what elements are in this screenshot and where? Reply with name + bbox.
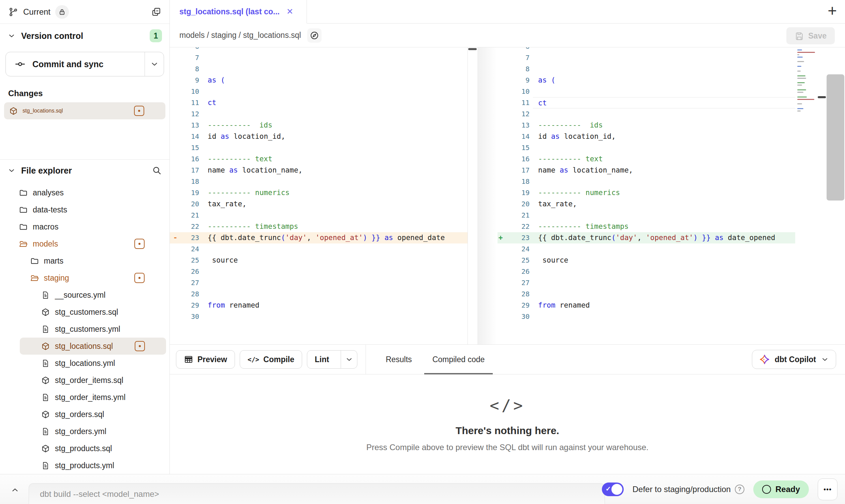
lineage-button[interactable] xyxy=(307,28,322,43)
change-item-stg-locations-sql[interactable]: stg_locations.sql xyxy=(4,102,165,119)
defer-toggle[interactable]: ✓ xyxy=(602,483,624,496)
file-tree-item-stg-products-yml[interactable]: stg_products.yml xyxy=(0,457,169,474)
code-line-15[interactable]: 15 xyxy=(498,142,795,153)
code-line-29[interactable]: 29from renamed xyxy=(170,300,468,311)
code-line-27[interactable]: 27 xyxy=(170,277,468,288)
code-line-25[interactable]: 25 source xyxy=(170,255,468,266)
code-line-16[interactable]: 16---------- text xyxy=(170,153,468,165)
code-line-24[interactable]: 24 xyxy=(498,243,795,255)
code-line-30[interactable]: 30 xyxy=(170,311,468,322)
commit-sync-button[interactable]: Commit and sync xyxy=(5,52,164,76)
code-line-16[interactable]: 16---------- text xyxy=(498,153,795,165)
code-line-14[interactable]: 14id as location_id, xyxy=(170,131,468,142)
code-line-19[interactable]: 19---------- numerics xyxy=(498,187,795,198)
editor-pane-original[interactable]: 6789as (1011ct1213---------- ids14id as … xyxy=(170,47,468,344)
editor-pane-modified[interactable]: 6789as (1011ct1213---------- ids14id as … xyxy=(498,47,795,344)
code-line-18[interactable]: 18 xyxy=(170,176,468,187)
code-line-12[interactable]: 12 xyxy=(498,108,795,120)
compile-button[interactable]: </> Compile xyxy=(240,350,302,369)
file-tree-item-stg-order-items-yml[interactable]: stg_order_items.yml xyxy=(0,389,169,406)
file-explorer-header[interactable]: File explorer xyxy=(0,160,169,181)
code-line-26[interactable]: 26 xyxy=(170,266,468,277)
file-tree-item-data-tests[interactable]: data-tests xyxy=(0,201,169,218)
code-line-7[interactable]: 7 xyxy=(498,52,795,63)
file-tree-item-analyses[interactable]: analyses xyxy=(0,184,169,201)
code-line-13[interactable]: 13---------- ids xyxy=(498,120,795,131)
code-line-26[interactable]: 26 xyxy=(498,266,795,277)
lint-dropdown-button[interactable] xyxy=(341,351,357,368)
version-control-header[interactable]: Version control 1 xyxy=(0,24,169,48)
preview-button[interactable]: Preview xyxy=(176,350,235,369)
code-line-8[interactable]: 8 xyxy=(170,63,468,75)
code-line-7[interactable]: 7 xyxy=(170,52,468,63)
code-line-18[interactable]: 18 xyxy=(498,176,795,187)
help-icon[interactable]: ? xyxy=(735,485,744,494)
file-tree-item-stg-orders-sql[interactable]: stg_orders.sql xyxy=(0,406,169,423)
new-tab-button[interactable]: + xyxy=(828,3,837,18)
command-input[interactable] xyxy=(29,483,605,504)
minimap[interactable] xyxy=(795,47,818,344)
page-scrollbar[interactable] xyxy=(827,74,844,201)
code-line-22[interactable]: 22---------- timestamps xyxy=(498,221,795,232)
code-line-6[interactable]: 6 xyxy=(498,47,795,52)
code-line-25[interactable]: 25 source xyxy=(498,255,795,266)
file-tree-item-staging[interactable]: staging xyxy=(0,269,169,286)
code-line-29[interactable]: 29from renamed xyxy=(498,300,795,311)
code-line-17[interactable]: 17name as location_name, xyxy=(498,165,795,176)
file-tree-item-stg-customers-sql[interactable]: stg_customers.sql xyxy=(0,303,169,321)
code-line-23[interactable]: +23{{ dbt.date_trunc('day', 'opened_at')… xyxy=(498,232,795,243)
code-line-23[interactable]: -23{{ dbt.date_trunc('day', 'opened_at')… xyxy=(170,232,468,243)
save-button[interactable]: Save xyxy=(786,27,835,44)
file-tree-item-stg-order-items-sql[interactable]: stg_order_items.sql xyxy=(0,372,169,389)
code-line-13[interactable]: 13---------- ids xyxy=(170,120,468,131)
ellipsis-icon: ••• xyxy=(824,486,832,493)
file-tree-item--sources-yml[interactable]: __sources.yml xyxy=(0,286,169,303)
file-tree-item-stg-customers-yml[interactable]: stg_customers.yml xyxy=(0,321,169,338)
file-tree-item-stg-locations-yml[interactable]: stg_locations.yml xyxy=(0,355,169,372)
code-line-21[interactable]: 21 xyxy=(498,210,795,221)
duplicate-icon[interactable] xyxy=(151,7,161,17)
file-tree-item-stg-products-sql[interactable]: stg_products.sql xyxy=(0,440,169,457)
code-line-15[interactable]: 15 xyxy=(170,142,468,153)
editor-scrollbar-track[interactable] xyxy=(468,47,477,344)
file-tree-item-stg-orders-yml[interactable]: stg_orders.yml xyxy=(0,423,169,440)
scrollbar-thumb[interactable] xyxy=(818,96,826,98)
code-line-14[interactable]: 14id as location_id, xyxy=(498,131,795,142)
code-line-11[interactable]: 11ct xyxy=(498,97,795,108)
code-line-9[interactable]: 9as ( xyxy=(498,75,795,86)
code-line-28[interactable]: 28 xyxy=(498,288,795,300)
copilot-button[interactable]: dbt Copilot xyxy=(752,350,836,369)
file-tree-item-marts[interactable]: marts xyxy=(0,252,169,269)
file-tree-item-macros[interactable]: macros xyxy=(0,218,169,235)
code-line-12[interactable]: 12 xyxy=(170,108,468,120)
code-line-9[interactable]: 9as ( xyxy=(170,75,468,86)
tab-results[interactable]: Results xyxy=(377,344,420,374)
code-line-20[interactable]: 20tax_rate, xyxy=(170,198,468,210)
scrollbar-thumb[interactable] xyxy=(468,48,477,50)
more-options-button[interactable]: ••• xyxy=(818,478,837,500)
code-line-22[interactable]: 22---------- timestamps xyxy=(170,221,468,232)
file-tree-item-models[interactable]: models xyxy=(0,235,169,252)
code-line-10[interactable]: 10 xyxy=(170,86,468,97)
code-line-27[interactable]: 27 xyxy=(498,277,795,288)
code-line-17[interactable]: 17name as location_name, xyxy=(170,165,468,176)
code-line-28[interactable]: 28 xyxy=(170,288,468,300)
close-icon[interactable]: ✕ xyxy=(286,7,293,16)
code-line-11[interactable]: 11ct xyxy=(170,97,468,108)
code-line-8[interactable]: 8 xyxy=(498,63,795,75)
expand-command-bar-button[interactable] xyxy=(6,483,24,498)
tab-compiled-code[interactable]: Compiled code xyxy=(424,344,493,374)
code-line-6[interactable]: 6 xyxy=(170,47,468,52)
code-line-19[interactable]: 19---------- numerics xyxy=(170,187,468,198)
commit-dropdown-button[interactable] xyxy=(145,52,164,76)
lint-label[interactable]: Lint xyxy=(307,351,337,368)
code-line-30[interactable]: 30 xyxy=(498,311,795,322)
lint-button[interactable]: Lint xyxy=(307,350,357,369)
code-line-20[interactable]: 20tax_rate, xyxy=(498,198,795,210)
code-line-21[interactable]: 21 xyxy=(170,210,468,221)
tab-stg-locations-sql[interactable]: stg_locations.sql (last co... ✕ xyxy=(170,0,307,24)
code-line-10[interactable]: 10 xyxy=(498,86,795,97)
file-tree-item-stg-locations-sql[interactable]: stg_locations.sql xyxy=(20,338,166,355)
search-icon[interactable] xyxy=(152,165,162,176)
code-line-24[interactable]: 24 xyxy=(170,243,468,255)
